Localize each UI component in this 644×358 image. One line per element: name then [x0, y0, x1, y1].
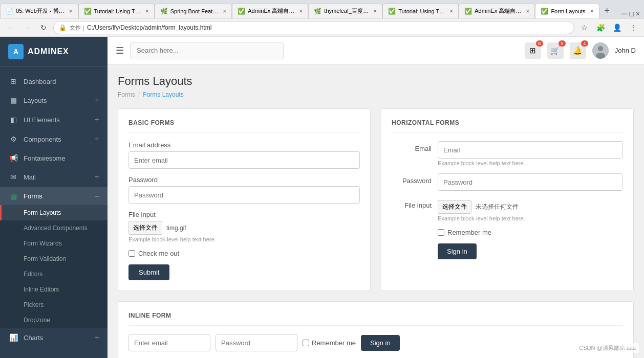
sidebar-item-mail[interactable]: ✉ Mail +	[0, 167, 108, 187]
tab-close-4[interactable]: ×	[299, 8, 303, 15]
sidebar-item-advanced-components[interactable]: Advanced Components	[0, 220, 108, 236]
reload-button[interactable]: ↻	[37, 21, 50, 34]
sidebar-item-editors[interactable]: Editors	[0, 266, 108, 282]
basic-file-input-row: 选择文件 timg.gif	[128, 221, 360, 235]
sidebar-item-pickers[interactable]: Pickers	[0, 297, 108, 312]
sidebar-item-fontawesome[interactable]: 📢 Fontawesome	[0, 149, 108, 167]
basic-password-input[interactable]	[128, 186, 360, 204]
fontawesome-icon: 📢	[8, 154, 18, 162]
tab-close-3[interactable]: ×	[223, 8, 226, 15]
bookmark-button[interactable]: ☆	[577, 21, 591, 34]
inline-password-input[interactable]	[216, 334, 297, 351]
tab-7[interactable]: ✅ AdminEx 高端自… ×	[459, 3, 535, 18]
profile-button[interactable]: 👤	[610, 21, 624, 34]
sidebar-item-layouts[interactable]: ▤ Layouts +	[0, 91, 108, 110]
sidebar-item-forms[interactable]: ▦ Forms ─	[0, 187, 108, 205]
sidebar-item-form-layouts[interactable]: Form Layouts	[0, 205, 108, 220]
basic-password-group: Password	[128, 176, 360, 204]
horizontal-signin-button[interactable]: Sign in	[438, 243, 477, 259]
charts-icon: 📊	[8, 333, 18, 342]
forms-icon: ▦	[8, 192, 18, 200]
tab-close-6[interactable]: ×	[449, 8, 453, 15]
tab-close-1[interactable]: ×	[69, 8, 73, 15]
back-button[interactable]: ←	[4, 21, 17, 34]
search-input[interactable]	[130, 42, 284, 59]
sidebar-item-components[interactable]: ⚙ Components +	[0, 129, 108, 149]
sidebar: A ADMINEX ⊞ Dashboard ▤ Layouts + ◧ UI E…	[0, 37, 108, 358]
grid-header-icon[interactable]: ⊞ 8	[525, 42, 541, 59]
inline-checkbox[interactable]	[303, 340, 309, 346]
tab-6[interactable]: ✅ Tutorial: Using T… ×	[382, 3, 459, 18]
sidebar-item-label-charts: Charts	[24, 334, 95, 342]
sidebar-item-charts[interactable]: 📊 Charts +	[0, 328, 108, 347]
tab-4[interactable]: ✅ AdminEx 高端自… ×	[232, 3, 308, 18]
page-title: Forms Layouts	[118, 75, 634, 88]
inline-email-input[interactable]	[128, 334, 210, 351]
dashboard-icon: ⊞	[8, 77, 18, 85]
horizontal-forms-title: HORIZONTAL FORMS	[392, 119, 623, 133]
sidebar-logo: A ADMINEX	[0, 37, 108, 67]
sidebar-item-label-mail: Mail	[24, 173, 95, 181]
components-expand-icon: +	[95, 135, 99, 144]
horizontal-checkbox-row: Remember me Sign in	[392, 229, 623, 259]
horizontal-password-content	[438, 173, 623, 191]
horizontal-file-button[interactable]: 选择文件	[438, 200, 471, 214]
horizontal-checkbox[interactable]	[438, 229, 444, 236]
basic-checkbox[interactable]	[128, 250, 135, 257]
form-wizards-label: Form Wizards	[24, 240, 62, 247]
sidebar-item-label-dashboard: Dashboard	[24, 78, 99, 85]
tab-3[interactable]: 🌿 Spring Boot Feat… ×	[155, 3, 232, 18]
horizontal-checkbox-label: Remember me	[447, 229, 491, 236]
tab-close-2[interactable]: ×	[145, 8, 149, 15]
maximize-button[interactable]: □	[629, 10, 633, 18]
hamburger-button[interactable]: ☰	[116, 45, 124, 56]
tab-1[interactable]: 📄 05. Web开发 - 博… ×	[0, 3, 78, 18]
horizontal-email-input[interactable]	[438, 141, 623, 159]
logo-letter: A	[13, 48, 18, 56]
new-tab-button[interactable]: +	[599, 3, 615, 18]
inline-signin-button[interactable]: Sign in	[361, 335, 400, 351]
tab-favicon-6: ✅	[388, 8, 396, 15]
address-bar[interactable]: 🔒 文件 | C:/Users/lfy/Desktop/admin/form_l…	[53, 21, 574, 34]
tab-close-8[interactable]: ×	[590, 8, 594, 15]
sidebar-item-ui-elements[interactable]: ◧ UI Elements +	[0, 110, 108, 129]
tab-5[interactable]: 🌿 thymeleaf_百度… ×	[308, 3, 382, 18]
tab-favicon-1: 📄	[6, 8, 13, 15]
layouts-icon: ▤	[8, 96, 18, 104]
basic-file-name: timg.gif	[166, 225, 186, 232]
tab-favicon-4: ✅	[238, 8, 245, 15]
watermark: CSDN @清风微凉 aaa	[576, 343, 639, 353]
basic-email-input[interactable]	[128, 151, 360, 169]
extensions-button[interactable]: 🧩	[594, 21, 607, 34]
breadcrumb-home[interactable]: Forms	[118, 91, 135, 98]
tab-favicon-3: 🌿	[160, 8, 168, 15]
content-grid: BASIC FORMS Email address Password File …	[118, 108, 634, 291]
horizontal-file-input-row: 选择文件 未选择任何文件	[438, 200, 623, 214]
tab-close-7[interactable]: ×	[526, 8, 529, 15]
cart-header-icon[interactable]: 🛒 5	[547, 42, 564, 59]
tab-close-5[interactable]: ×	[373, 8, 377, 15]
main-content: Forms Layouts Forms / Forms Layouts BASI…	[108, 64, 644, 358]
editors-label: Editors	[24, 271, 42, 278]
close-browser-button[interactable]: ×	[636, 10, 640, 18]
sidebar-item-dropzone[interactable]: Dropzone	[0, 312, 108, 328]
forward-button[interactable]: →	[20, 21, 34, 34]
basic-file-group: File input 选择文件 timg.gif Example block-l…	[128, 211, 360, 242]
sidebar-item-form-validation[interactable]: Form Validation	[0, 251, 108, 266]
breadcrumb: Forms / Forms Layouts	[118, 91, 634, 98]
basic-email-group: Email address	[128, 141, 360, 169]
menu-button[interactable]: ⋮	[627, 21, 640, 34]
charts-expand-icon: +	[95, 333, 99, 342]
basic-submit-button[interactable]: Submit	[128, 264, 169, 280]
sidebar-item-inline-editors[interactable]: Inline Editors	[0, 282, 108, 297]
sidebar-item-form-wizards[interactable]: Form Wizards	[0, 236, 108, 251]
bell-header-icon[interactable]: 🔔 4	[570, 42, 586, 59]
tab-2[interactable]: ✅ Tutorial: Using T… ×	[78, 3, 155, 18]
tab-label-2: Tutorial: Using T…	[94, 8, 141, 14]
minimize-button[interactable]: ─	[621, 9, 627, 18]
tab-8[interactable]: ✅ Form Layouts ×	[535, 3, 599, 18]
basic-file-button[interactable]: 选择文件	[128, 221, 162, 235]
horizontal-password-input[interactable]	[438, 173, 623, 191]
cart-badge: 5	[559, 40, 566, 47]
sidebar-item-dashboard[interactable]: ⊞ Dashboard	[0, 72, 108, 91]
